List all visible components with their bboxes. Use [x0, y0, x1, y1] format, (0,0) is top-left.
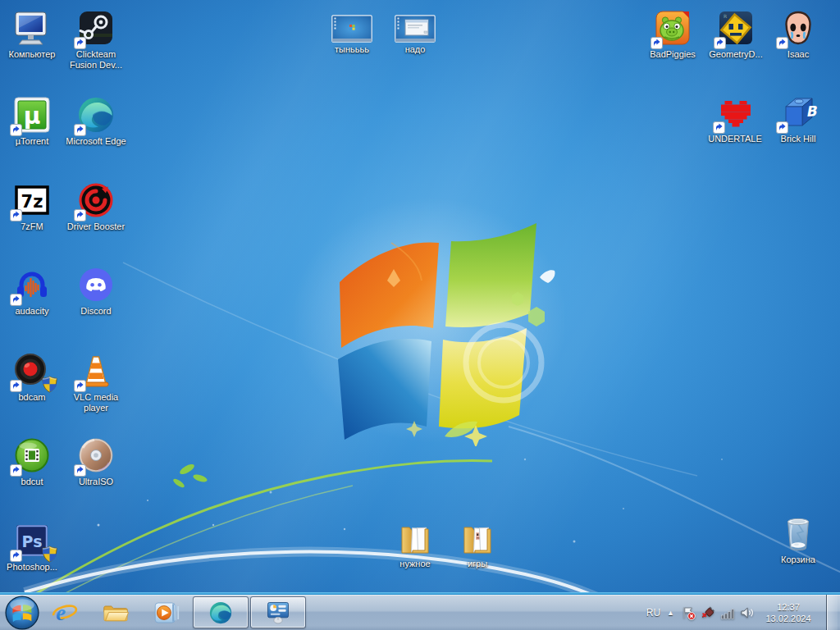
taskbar-app-internet-explorer[interactable]: e: [39, 595, 90, 630]
folder-games-icon: [458, 518, 497, 557]
desktop-icon-label: тыньььь: [321, 44, 383, 55]
driver-booster-icon: [76, 180, 116, 220]
show-hidden-icons-arrow[interactable]: ▲: [667, 609, 674, 617]
svg-text:7z: 7z: [21, 192, 43, 212]
taskbar-app-display-settings[interactable]: [250, 596, 306, 628]
desktop-icon-label: µTorrent: [1, 136, 63, 147]
desktop-icon-label: BadPiggies: [641, 49, 704, 60]
show-desktop-button[interactable]: [826, 595, 838, 630]
computer-icon: [12, 8, 52, 48]
desktop-icon-tynnn[interactable]: тыньььь: [321, 10, 383, 55]
desktop-icon-label: Discord: [65, 306, 127, 317]
desktop-icon-label: UltraISO: [65, 477, 127, 487]
start-button[interactable]: [5, 596, 39, 630]
desktop-icon-discord[interactable]: Discord: [65, 265, 127, 317]
desktop-icon-photoshop[interactable]: PsPhotoshop...: [1, 521, 63, 573]
desktop-icon-label: bdcam: [1, 392, 63, 403]
isaac-icon: [778, 8, 818, 48]
clock-date: 13.02.2024: [761, 613, 815, 624]
brick-hill-icon: B: [778, 93, 818, 132]
edge-icon: [208, 600, 233, 625]
shortcut-arrow-icon: [10, 209, 22, 221]
recycle-bin-icon: [778, 514, 818, 553]
utorrent-icon: µ: [12, 95, 52, 135]
shortcut-arrow-icon: [10, 124, 22, 136]
bdcut-icon: [12, 436, 52, 475]
desktop-icon-label: Brick Hill: [767, 134, 829, 144]
desktop-icon-bdcut[interactable]: bdcut: [1, 436, 63, 487]
svg-text:e: e: [56, 600, 66, 624]
tray-network-icon[interactable]: [720, 605, 735, 620]
taskbar-app-windows-media-player[interactable]: [141, 595, 192, 630]
shortcut-arrow-icon: [714, 37, 726, 49]
desktop-icon-audacity[interactable]: audacity: [1, 265, 63, 317]
desktop-icon-label: нужное: [384, 559, 446, 569]
uac-shield-icon: [42, 376, 57, 393]
undertale-icon: [715, 93, 755, 132]
shortcut-arrow-icon: [10, 464, 22, 477]
folder-icon: [395, 518, 435, 557]
desktop-icon-microsoft-edge[interactable]: Microsoft Edge: [65, 95, 127, 147]
desktop-icon-label: Корзина: [767, 555, 829, 565]
clock[interactable]: 12:37 13.02.2024: [761, 601, 815, 624]
desktop-icon-clickteam-fusion[interactable]: Clickteam Fusion Dev...: [65, 8, 127, 71]
shortcut-arrow-icon: [74, 124, 86, 136]
desktop-icon-driver-booster[interactable]: Driver Booster: [65, 180, 127, 232]
desktop-icon-label: 7zFM: [1, 221, 63, 232]
shortcut-arrow-icon: [651, 37, 663, 49]
desktop-icon-brick-hill[interactable]: BBrick Hill: [767, 93, 829, 144]
photoshop-icon: Ps: [12, 521, 52, 560]
desktop-icon-label: Microsoft Edge: [65, 136, 127, 147]
vlc-icon: [76, 351, 116, 390]
tray-volume-icon[interactable]: [740, 605, 755, 620]
desktop-icon-bad-piggies[interactable]: BadPiggies: [641, 8, 704, 60]
windows-start-orb-icon: [5, 596, 39, 630]
desktop-background: КомпьютерClickteam Fusion Dev...µµTorren…: [0, 0, 840, 592]
desktop-icon-label: bdcut: [1, 477, 63, 487]
shortcut-arrow-icon: [10, 550, 22, 562]
geometry-dash-icon: R: [716, 8, 756, 48]
windows7-desktop: КомпьютерClickteam Fusion Dev...µµTorren…: [0, 0, 840, 630]
desktop-icon-label: Clickteam Fusion Dev...: [65, 49, 127, 71]
clock-time: 12:37: [761, 601, 815, 613]
edge-icon: [76, 95, 116, 135]
desktop-icon-igry[interactable]: игры: [446, 518, 509, 569]
desktop-icon-vlc[interactable]: VLC media player: [65, 351, 127, 413]
shortcut-arrow-icon: [776, 121, 788, 134]
desktop-icon-7zfm[interactable]: 7z7zFM: [1, 180, 63, 232]
system-tray: RU ▲ 12:37 13.02.2024: [646, 595, 840, 630]
tray-action-center-icon[interactable]: [681, 605, 696, 620]
bdcam-icon: [12, 351, 52, 390]
taskbar-app-microsoft-edge[interactable]: [193, 596, 249, 628]
desktop-icon-nuzhnoe[interactable]: нужное: [384, 518, 446, 569]
taskbar-app-windows-explorer[interactable]: [90, 595, 141, 630]
ie-icon: e: [52, 600, 78, 626]
taskbar-body: e RU ▲ 12:37 13.02.2024: [0, 595, 840, 630]
desktop-icon-undertale[interactable]: UNDERTALE: [704, 93, 766, 144]
shortcut-arrow-icon: [74, 37, 86, 49]
shortcut-arrow-icon: [74, 464, 86, 477]
desktop-icon-label: надо: [384, 44, 446, 55]
desktop-icon-isaac[interactable]: Isaac: [767, 8, 829, 60]
desktop-icon-recycle-bin[interactable]: Корзина: [767, 514, 829, 565]
shortcut-arrow-icon: [776, 37, 788, 49]
desktop-icon-utorrent[interactable]: µµTorrent: [1, 95, 63, 147]
desktop-icon-label: Компьютер: [1, 49, 63, 60]
display-settings-icon: [266, 600, 290, 625]
desktop-icon-computer[interactable]: Компьютер: [1, 8, 63, 60]
desktop-icon-nado[interactable]: надо: [384, 10, 446, 55]
tray-device-plug-icon[interactable]: [701, 605, 715, 620]
uac-shield-icon: [42, 546, 57, 563]
audacity-icon: [12, 265, 52, 304]
language-indicator[interactable]: RU: [646, 607, 660, 619]
svg-text:B: B: [806, 103, 818, 120]
desktop-icon-label: VLC media player: [65, 392, 127, 413]
taskbar: e RU ▲ 12:37 13.02.2024: [0, 592, 840, 630]
shortcut-arrow-icon: [74, 380, 86, 392]
discord-icon: [76, 265, 116, 304]
bad-piggies-icon: [653, 8, 692, 48]
desktop-icon-ultraiso[interactable]: UltraISO: [65, 436, 127, 487]
desktop-icon-label: audacity: [1, 306, 63, 317]
desktop-icon-bdcam[interactable]: bdcam: [1, 351, 63, 403]
desktop-icon-geometry-dash[interactable]: RGeometryD...: [705, 8, 767, 60]
